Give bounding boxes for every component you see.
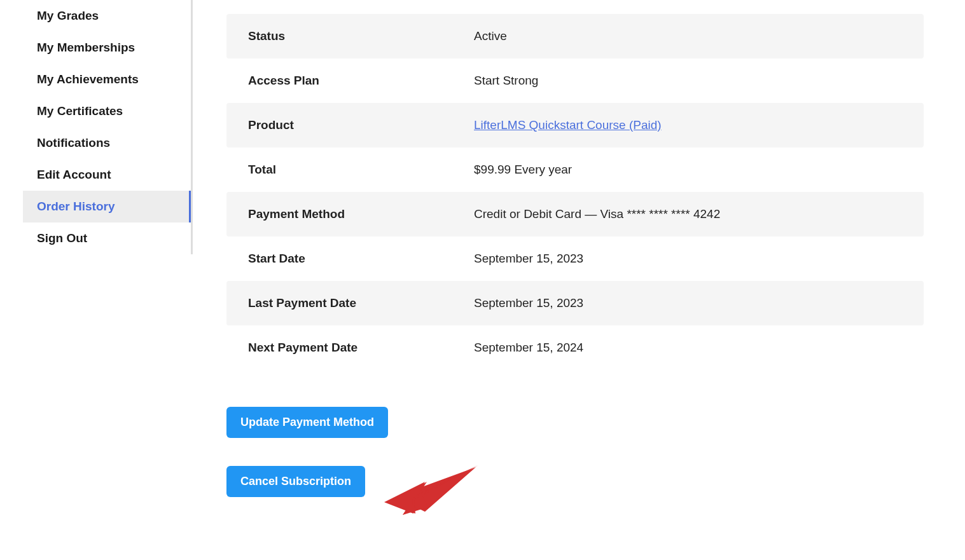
value-product: LifterLMS Quickstart Course (Paid): [474, 118, 902, 132]
value-status: Active: [474, 29, 902, 43]
sidebar-item-order-history[interactable]: Order History: [23, 191, 191, 222]
value-start-date: September 15, 2023: [474, 252, 902, 266]
sidebar-item-sign-out[interactable]: Sign Out: [23, 222, 191, 254]
row-last-payment-date: Last Payment Date September 15, 2023: [226, 281, 924, 325]
row-access-plan: Access Plan Start Strong: [226, 58, 924, 103]
sidebar-item-notifications[interactable]: Notifications: [23, 127, 191, 159]
sidebar-item-my-memberships[interactable]: My Memberships: [23, 32, 191, 64]
sidebar-item-edit-account[interactable]: Edit Account: [23, 159, 191, 191]
row-start-date: Start Date September 15, 2023: [226, 236, 924, 281]
update-payment-method-button[interactable]: Update Payment Method: [226, 407, 388, 438]
sidebar-item-my-grades[interactable]: My Grades: [23, 0, 191, 32]
label-next-payment-date: Next Payment Date: [248, 341, 474, 355]
row-total: Total $99.99 Every year: [226, 147, 924, 192]
main-content: Status Active Access Plan Start Strong P…: [191, 0, 965, 560]
row-product: Product LifterLMS Quickstart Course (Pai…: [226, 103, 924, 147]
row-status: Status Active: [226, 14, 924, 58]
label-payment-method: Payment Method: [248, 207, 474, 221]
sidebar-item-my-certificates[interactable]: My Certificates: [23, 95, 191, 127]
cancel-subscription-button[interactable]: Cancel Subscription: [226, 466, 365, 497]
row-next-payment-date: Next Payment Date September 15, 2024: [226, 325, 924, 370]
value-access-plan: Start Strong: [474, 74, 902, 88]
label-status: Status: [248, 29, 474, 43]
sidebar-nav: My Grades My Memberships My Achievements…: [0, 0, 191, 254]
actions: Update Payment Method Cancel Subscriptio…: [226, 407, 924, 497]
row-payment-method: Payment Method Credit or Debit Card — Vi…: [226, 192, 924, 236]
label-start-date: Start Date: [248, 252, 474, 266]
label-last-payment-date: Last Payment Date: [248, 296, 474, 310]
label-product: Product: [248, 118, 474, 132]
product-link[interactable]: LifterLMS Quickstart Course (Paid): [474, 118, 662, 132]
sidebar: My Grades My Memberships My Achievements…: [0, 0, 191, 560]
sidebar-item-my-achievements[interactable]: My Achievements: [23, 64, 191, 95]
label-total: Total: [248, 163, 474, 177]
order-details-table: Status Active Access Plan Start Strong P…: [226, 14, 924, 370]
label-access-plan: Access Plan: [248, 74, 474, 88]
value-next-payment-date: September 15, 2024: [474, 341, 902, 355]
value-total: $99.99 Every year: [474, 163, 902, 177]
value-last-payment-date: September 15, 2023: [474, 296, 902, 310]
sidebar-divider: [191, 0, 193, 254]
value-payment-method: Credit or Debit Card — Visa **** **** **…: [474, 207, 902, 221]
